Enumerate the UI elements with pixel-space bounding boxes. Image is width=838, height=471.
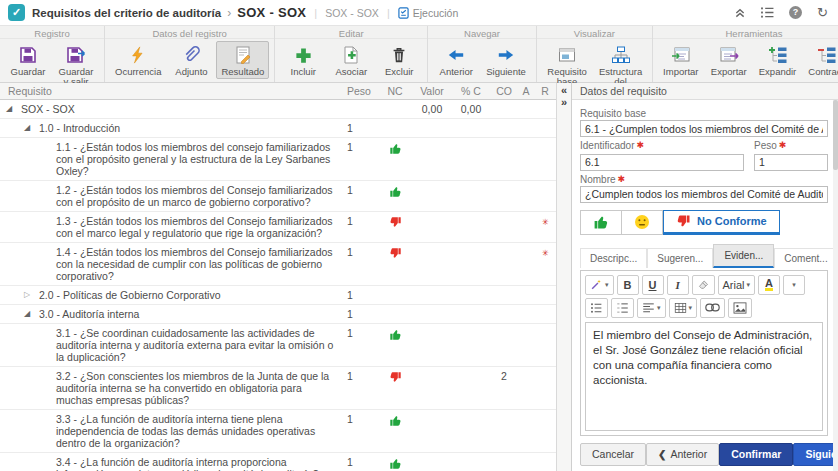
identificador-field[interactable] bbox=[580, 154, 744, 171]
parcial-button[interactable] bbox=[622, 210, 663, 235]
expandir-button[interactable]: Expandir bbox=[754, 41, 802, 79]
button-label: Excluir bbox=[385, 67, 414, 77]
panel-scrollbar[interactable] bbox=[833, 100, 838, 471]
arrow-left-icon bbox=[446, 44, 466, 66]
table-row[interactable]: 1.3 - ¿Están todos los miembros del Cons… bbox=[0, 212, 556, 243]
tab-sugerencia[interactable]: Sugeren... bbox=[647, 248, 713, 268]
tab-descripcion[interactable]: Descripc... bbox=[580, 248, 647, 268]
numbered-list-button[interactable] bbox=[611, 298, 634, 318]
contraer-button[interactable]: Contraer bbox=[803, 41, 838, 79]
help-icon[interactable]: ? bbox=[789, 6, 802, 19]
nc-cell bbox=[378, 119, 412, 124]
column-header-peso[interactable]: Peso bbox=[342, 83, 378, 99]
tree-toggle-icon[interactable] bbox=[41, 184, 56, 208]
nombre-field[interactable] bbox=[580, 186, 828, 203]
requisito-text: 3.2 - ¿Son conscientes los miembros de l… bbox=[56, 370, 340, 406]
link-button[interactable] bbox=[700, 298, 725, 318]
table-button[interactable]: ▾ bbox=[669, 298, 698, 318]
anterior-button[interactable]: Anterior bbox=[433, 41, 479, 79]
no-conforme-button[interactable]: No Conforme bbox=[663, 210, 780, 235]
resultado-button[interactable]: Resultado bbox=[216, 41, 269, 79]
valor-cell bbox=[412, 243, 452, 248]
evidencia-textarea[interactable]: El miembro del Consejo de Administración… bbox=[585, 322, 823, 432]
tab-evidencia[interactable]: Eviden... bbox=[713, 244, 774, 268]
reprobado-flag-icon: ✳ bbox=[541, 248, 548, 258]
table-row[interactable]: 3.4 - ¿La función de auditoría interna p… bbox=[0, 453, 556, 471]
table-row[interactable]: 3.3 - ¿La función de auditoría interna t… bbox=[0, 410, 556, 453]
tree-toggle-icon[interactable] bbox=[41, 215, 56, 239]
exportar-button[interactable]: Exportar bbox=[706, 41, 752, 79]
tab-comentario[interactable]: Coment... bbox=[774, 248, 837, 268]
editor-toolbar: ▾ B U I Arial▾ A ▾ bbox=[585, 275, 823, 322]
required-icon: ✱ bbox=[636, 140, 644, 150]
column-header-nc[interactable]: NC bbox=[378, 83, 412, 99]
tree-toggle-icon[interactable] bbox=[41, 327, 56, 363]
tree-toggle-icon[interactable] bbox=[41, 370, 56, 406]
cancelar-button[interactable]: Cancelar bbox=[580, 443, 646, 466]
table-row[interactable]: 1.2 - ¿Están todos los miembros del Cons… bbox=[0, 181, 556, 212]
guardar-button[interactable]: Guardar bbox=[5, 41, 51, 79]
table-row[interactable]: 1.4 - ¿Están todos los miembros del Cons… bbox=[0, 243, 556, 286]
requisito-text: 1.0 - Introducción bbox=[39, 122, 340, 134]
table-row[interactable]: ◢ 1.0 - Introducción 1 bbox=[0, 119, 556, 138]
list-icon[interactable] bbox=[761, 7, 774, 18]
confirmar-button[interactable]: Confirmar bbox=[719, 443, 793, 466]
column-header-pc[interactable]: % C bbox=[452, 83, 490, 99]
underline-button[interactable]: U bbox=[642, 275, 664, 295]
excluir-button[interactable]: Excluir bbox=[376, 41, 422, 79]
font-color-caret-button[interactable]: ▾ bbox=[783, 275, 805, 295]
siguiente-button[interactable]: Siguiente❯ bbox=[793, 443, 838, 466]
tree-toggle-icon[interactable]: ◢ bbox=[24, 122, 39, 134]
column-header-r[interactable]: R bbox=[534, 83, 556, 99]
audit-app-icon: ✓ bbox=[8, 4, 25, 21]
co-cell bbox=[490, 138, 518, 143]
refresh-icon[interactable]: ↻ bbox=[817, 6, 828, 19]
tree-toggle-icon[interactable] bbox=[41, 141, 56, 177]
table-row[interactable]: 3.1 - ¿Se coordinan cuidadosamente las a… bbox=[0, 324, 556, 367]
font-color-button[interactable]: A bbox=[758, 275, 780, 295]
paragraph-align-button[interactable]: ▾ bbox=[637, 298, 666, 318]
collapse-panel-icon[interactable]: « bbox=[561, 85, 567, 96]
table-row[interactable]: ◢ SOX - SOX 0,00 0,00 bbox=[0, 100, 556, 119]
column-header-valor[interactable]: Valor bbox=[412, 83, 452, 99]
tree-toggle-icon[interactable]: ◢ bbox=[24, 308, 39, 320]
tree-toggle-icon[interactable]: ▷ bbox=[24, 289, 39, 301]
table-row[interactable]: 1.1 - ¿Están todos los miembros del cons… bbox=[0, 138, 556, 181]
eraser-button[interactable] bbox=[692, 275, 715, 295]
requisito-base-button[interactable]: Requisito base bbox=[542, 41, 592, 89]
italic-button[interactable]: I bbox=[667, 275, 689, 295]
r-cell bbox=[534, 410, 556, 415]
image-button[interactable] bbox=[728, 298, 752, 318]
style-wand-button[interactable]: ▾ bbox=[585, 275, 614, 295]
incluir-button[interactable]: Incluir bbox=[280, 41, 326, 79]
tree-toggle-icon[interactable] bbox=[41, 456, 56, 471]
asociar-button[interactable]: Asociar bbox=[328, 41, 374, 79]
breadcrumb-root[interactable]: Requisitos del criterio de auditoría bbox=[32, 7, 221, 19]
anterior-button[interactable]: ❮Anterior bbox=[646, 443, 719, 466]
bullet-list-button[interactable] bbox=[585, 298, 608, 318]
importar-button[interactable]: Importar bbox=[658, 41, 704, 79]
table-row[interactable]: ◢ 3.0 - Auditoría interna 1 bbox=[0, 305, 556, 324]
column-header-a[interactable]: A bbox=[518, 83, 534, 99]
peso-field[interactable] bbox=[754, 154, 828, 171]
adjunto-button[interactable]: Adjunto bbox=[168, 41, 214, 79]
pc-cell bbox=[452, 212, 490, 217]
tree-toggle-icon[interactable] bbox=[41, 413, 56, 449]
expand-panel-icon[interactable]: » bbox=[561, 97, 567, 108]
table-row[interactable]: ▷ 2.0 - Políticas de Gobierno Corporativ… bbox=[0, 286, 556, 305]
requisito-base-field[interactable] bbox=[580, 120, 828, 137]
column-header-requisito[interactable]: Requisito bbox=[0, 83, 342, 99]
conforme-button[interactable] bbox=[580, 210, 622, 235]
bold-button[interactable]: B bbox=[617, 275, 639, 295]
siguiente-button[interactable]: Siguiente bbox=[481, 41, 531, 79]
guardar-y-salir-button[interactable]: Guardar y salir bbox=[53, 41, 99, 89]
expand-tree-icon bbox=[768, 44, 788, 66]
tree-toggle-icon[interactable] bbox=[41, 246, 56, 282]
font-family-select[interactable]: Arial▾ bbox=[718, 275, 756, 295]
table-row[interactable]: 3.2 - ¿Son conscientes los miembros de l… bbox=[0, 367, 556, 410]
collapse-ribbon-icon[interactable] bbox=[734, 7, 746, 18]
ocurrencia-button[interactable]: Ocurrencia bbox=[110, 41, 166, 79]
document-plus-icon bbox=[341, 44, 361, 66]
tree-toggle-icon[interactable]: ◢ bbox=[6, 103, 21, 115]
column-header-co[interactable]: CO bbox=[490, 83, 518, 99]
